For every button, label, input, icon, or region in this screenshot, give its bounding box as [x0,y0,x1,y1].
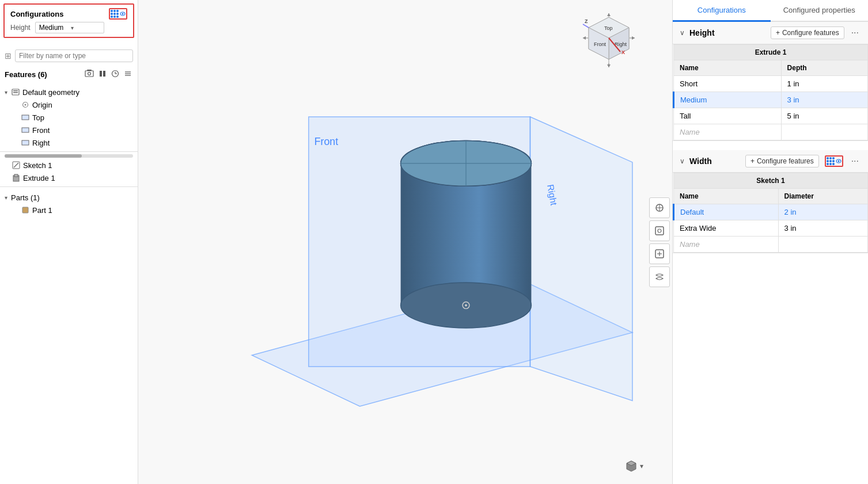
height-row-short[interactable]: Short 1 in [674,76,868,92]
height-name-tall: Tall [674,108,782,124]
height-section-title: Height [689,28,766,37]
height-chevron[interactable]: ∨ [680,29,685,37]
svg-point-39 [465,304,467,306]
grid-dots [111,10,119,18]
svg-marker-54 [607,13,611,16]
divider2 [0,186,138,187]
tree-label-origin: Origin [32,101,52,109]
tree-item-front[interactable]: Front [0,124,138,136]
width-name-placeholder[interactable]: Name [674,237,779,253]
svg-point-64 [658,229,661,233]
svg-point-4 [88,73,91,75]
tree-item-default-geometry[interactable]: ▾ Default geometry [0,86,138,98]
height-value-short: 1 in [781,76,867,92]
vp-icon-2 [654,226,665,236]
width-name-default: Default [674,204,779,220]
svg-rect-6 [103,71,105,77]
tree-label-front: Front [32,126,50,135]
height-more-btn[interactable]: ··· [849,26,861,39]
vp-btn-3[interactable] [649,243,670,264]
width-table-header: Sketch 1 [674,173,868,189]
vp-btn-4[interactable] [649,266,670,287]
tree-label-right: Right [32,139,50,147]
icon-front-plane [21,125,30,135]
svg-rect-15 [13,92,18,93]
tree-item-sketch1[interactable]: Sketch 1 [0,159,138,172]
config-box-title: Configurations [10,8,127,20]
config-height-select[interactable]: Medium ▾ [35,22,104,33]
right-tabs: Configurations Configured properties [673,0,868,22]
svg-point-1 [122,13,124,15]
left-panel: Configurations [0,0,138,484]
width-configure-btn[interactable]: + Configure features [745,155,819,167]
height-name-placeholder[interactable]: Name [674,124,782,140]
width-configure-label: Configure features [757,157,814,165]
svg-rect-3 [87,70,92,71]
viewport[interactable]: Front Right [138,0,672,484]
right-panel: Configurations Configured properties ∨ H… [672,0,868,484]
config-select-arrow: ▾ [71,25,100,31]
capture-btn[interactable] [84,68,95,81]
width-value-default: 2 in [778,204,867,220]
height-col-name: Name [674,60,782,76]
width-grid-dots [827,157,835,165]
height-configure-label: Configure features [782,29,839,37]
svg-marker-52 [632,36,635,40]
config-box: Configurations [3,3,134,38]
tree-item-extrude1[interactable]: Extrude 1 [0,172,138,184]
vp-icon-4 [654,272,665,282]
height-col-depth: Depth [781,60,867,76]
height-table: Extrude 1 Name Depth Short 1 in Medium 3… [673,44,868,140]
pause-btn[interactable] [97,68,108,81]
tree-item-right[interactable]: Right [0,136,138,149]
height-row-medium[interactable]: Medium 3 in [674,92,868,108]
clock-btn[interactable] [110,68,120,81]
height-row-new[interactable]: Name [674,124,868,140]
capture-icon [85,69,94,78]
config-box-label: Configurations [10,10,63,18]
width-chevron[interactable]: ∨ [680,157,685,165]
config-height-value: Medium [39,24,69,32]
tree-item-part1[interactable]: Part 1 [0,204,138,216]
width-row-default[interactable]: Default 2 in [674,204,868,220]
filter-input[interactable] [15,49,133,62]
tab-configured-properties[interactable]: Configured properties [771,0,869,22]
width-name-extrawide: Extra Wide [674,220,779,237]
height-value-tall: 5 in [781,108,867,124]
height-row-tall[interactable]: Tall 5 in [674,108,868,124]
viewport-toolbar [647,195,672,289]
tree-item-top[interactable]: Top [0,111,138,124]
config-height-row: Height Medium ▾ [10,22,127,33]
vp-btn-2[interactable] [649,220,670,241]
filter-icon: ⊞ [5,51,12,60]
filter-area: ⊞ [0,46,138,66]
svg-text:X: X [621,49,625,55]
config-height-label: Height [10,24,31,32]
svg-point-71 [837,161,839,162]
height-configure-btn[interactable]: + Configure features [771,26,844,39]
width-section-title: Width [689,157,741,166]
width-more-btn[interactable]: ··· [849,155,861,167]
tab-configurations[interactable]: Configurations [673,0,771,22]
scrollbar[interactable] [5,154,133,158]
vp-btn-1[interactable] [649,197,670,218]
tree-label-extrude1: Extrude 1 [23,174,55,182]
tree-item-parts[interactable]: ▾ Parts (1) [0,192,138,204]
tree-label-default-geometry: Default geometry [22,88,79,97]
width-col-diameter: Diameter [778,189,867,204]
width-value-extrawide: 3 in [778,220,867,237]
width-row-extrawide[interactable]: Extra Wide 3 in [674,220,868,237]
height-value-new [781,124,867,140]
height-table-header: Extrude 1 [674,45,868,60]
clock-icon [111,70,119,78]
width-row-new[interactable]: Name [674,237,868,253]
tree-item-origin[interactable]: Origin [0,98,138,111]
eye-icon [120,11,126,17]
list-btn[interactable] [123,68,133,81]
height-section: ∨ Height + Configure features ··· Extrud… [673,22,868,141]
width-col-name: Name [674,189,779,204]
orientation-widget[interactable]: Top Front Right [580,12,638,69]
svg-marker-56 [607,64,611,67]
height-name-medium: Medium [674,92,782,108]
tree-area: ▾ Default geometry Origin Top [0,83,138,484]
